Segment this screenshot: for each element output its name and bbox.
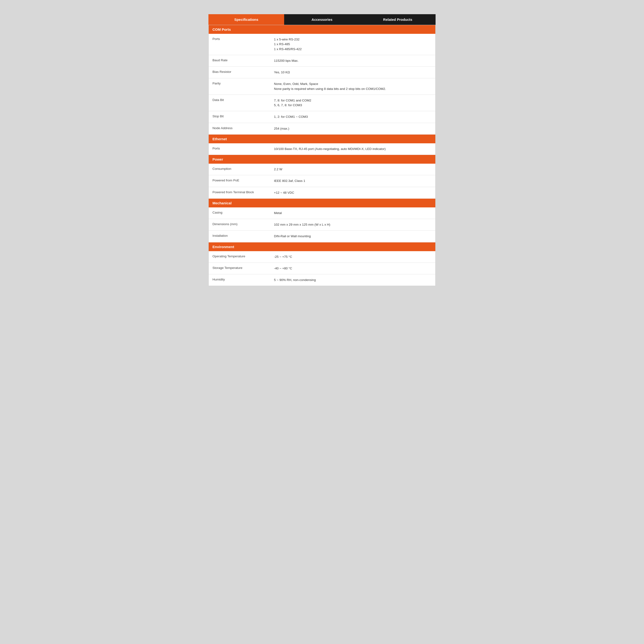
table-row: InstallationDIN-Rail or Wall mounting <box>209 231 435 242</box>
spec-label: Node Address <box>209 125 270 132</box>
tabs-bar: Specifications Accessories Related Produ… <box>208 14 436 25</box>
spec-value: 102 mm x 29 mm x 125 mm (W x L x H) <box>270 221 435 228</box>
spec-label: Powered from Terminal Block <box>209 189 270 196</box>
spec-value: 10/100 Base-TX, RJ-45 port (Auto-negotia… <box>270 146 435 152</box>
table-row: Ports10/100 Base-TX, RJ-45 port (Auto-ne… <box>209 143 435 155</box>
section-header-mechanical: Mechanical <box>209 199 435 207</box>
spec-label: Casing <box>209 210 270 216</box>
spec-value: +12 ~ 48 VDC <box>270 189 435 196</box>
section-header-com-ports: COM Ports <box>209 25 435 34</box>
spec-label: Operating Temperature <box>209 254 270 260</box>
spec-value: DIN-Rail or Wall mounting <box>270 233 435 240</box>
table-row: Powered from Terminal Block+12 ~ 48 VDC <box>209 187 435 199</box>
spec-label: Stop Bit <box>209 114 270 120</box>
table-row: Data Bit7, 8: for COM1 and COM25, 6, 7, … <box>209 95 435 111</box>
spec-label: Storage Temperature <box>209 265 270 272</box>
spec-value: -25 ~ +75 °C <box>270 254 435 260</box>
spec-value: IEEE 802.3af, Class 1 <box>270 178 435 184</box>
spec-label: Humidity <box>209 277 270 283</box>
spec-label: Data Bit <box>209 97 270 109</box>
spec-value: 7, 8: for COM1 and COM25, 6, 7, 8: for C… <box>270 97 435 109</box>
spec-label: Ports <box>209 146 270 152</box>
spec-value: 1 x 5-wire RS-2321 x RS-4851 x RS-485/RS… <box>270 36 435 53</box>
section-header-environment: Environment <box>209 242 435 251</box>
table-row: Consumption2.2 W <box>209 164 435 175</box>
spec-value: Yes, 10 KΩ <box>270 69 435 76</box>
spec-label: Dimensions (mm) <box>209 221 270 228</box>
section-header-power: Power <box>209 155 435 164</box>
page-wrapper: Specifications Accessories Related Produ… <box>208 14 436 286</box>
table-row: CasingMetal <box>209 207 435 219</box>
spec-value: None, Even, Odd, Mark, SpaceNone parity … <box>270 81 435 92</box>
spec-value: -40 ~ +80 °C <box>270 265 435 272</box>
spec-label: Installation <box>209 233 270 240</box>
spec-label: Baud Rate <box>209 57 270 64</box>
table-row: Stop Bit1, 2: for COM1 ~ COM3 <box>209 111 435 123</box>
spec-value: 115200 bps Max. <box>270 57 435 64</box>
table-row: Humidity5 ~ 90% RH, non-condensing <box>209 274 435 286</box>
spec-value: 254 (max.) <box>270 125 435 132</box>
spec-label: Ports <box>209 36 270 53</box>
section-header-ethernet: Ethernet <box>209 135 435 143</box>
table-row: Node Address254 (max.) <box>209 123 435 135</box>
tab-specifications[interactable]: Specifications <box>208 14 284 25</box>
table-row: ParityNone, Even, Odd, Mark, SpaceNone p… <box>209 78 435 95</box>
table-row: Powered from PoEIEEE 802.3af, Class 1 <box>209 175 435 187</box>
specifications-content: COM PortsPorts1 x 5-wire RS-2321 x RS-48… <box>208 25 436 286</box>
table-row: Storage Temperature-40 ~ +80 °C <box>209 263 435 274</box>
spec-label: Parity <box>209 81 270 92</box>
tab-related-products[interactable]: Related Products <box>360 14 436 25</box>
tab-accessories[interactable]: Accessories <box>284 14 360 25</box>
table-row: Bias ResistorYes, 10 KΩ <box>209 67 435 78</box>
spec-value: Metal <box>270 210 435 216</box>
table-row: Operating Temperature-25 ~ +75 °C <box>209 251 435 263</box>
spec-label: Consumption <box>209 166 270 173</box>
table-row: Ports1 x 5-wire RS-2321 x RS-4851 x RS-4… <box>209 34 435 55</box>
table-row: Dimensions (mm)102 mm x 29 mm x 125 mm (… <box>209 219 435 231</box>
spec-value: 2.2 W <box>270 166 435 173</box>
spec-value: 5 ~ 90% RH, non-condensing <box>270 277 435 283</box>
spec-value: 1, 2: for COM1 ~ COM3 <box>270 114 435 120</box>
spec-label: Bias Resistor <box>209 69 270 76</box>
spec-label: Powered from PoE <box>209 178 270 184</box>
table-row: Baud Rate115200 bps Max. <box>209 55 435 67</box>
